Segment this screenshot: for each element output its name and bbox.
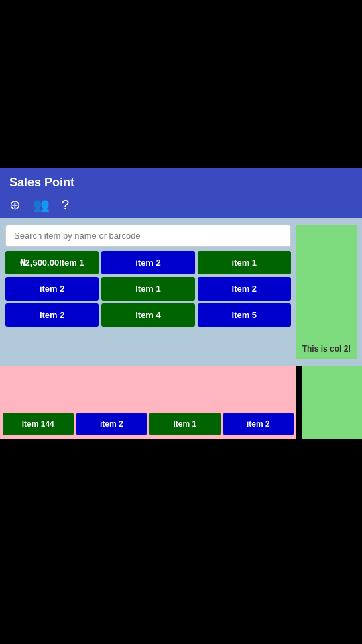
header: Sales Point ⊕ 👥 ? [0,168,362,218]
bottom-black-area [0,439,362,617]
bottom-btn-3[interactable]: item 2 [223,413,294,435]
grid-item-r1c0[interactable]: item 2 [5,277,99,301]
grid-item-r0c0[interactable]: ₦2,500.00Item 1 [5,251,99,274]
right-panel-col2: This is col 2! [296,225,357,359]
header-icons: ⊕ 👥 ? [9,197,353,213]
page-title: Sales Point [9,176,353,190]
bottom-right-green [302,366,362,439]
people-icon[interactable]: 👥 [33,197,50,213]
item-grid: ₦2,500.00Item 1 item 2 item 1 item 2 Ite… [5,251,291,327]
bottom-btn-0[interactable]: Item 144 [3,413,74,435]
main-content: ₦2,500.00Item 1 item 2 item 1 item 2 Ite… [0,218,362,366]
bottom-section: Item 144 item 2 Item 1 item 2 [0,366,362,439]
grid-item-r2c0[interactable]: Item 2 [5,303,99,327]
grid-item-r1c2[interactable]: Item 2 [198,277,291,301]
grid-item-r1c1[interactable]: Item 1 [101,277,194,301]
grid-item-r2c2[interactable]: Item 5 [198,303,291,327]
help-icon[interactable]: ? [62,197,69,213]
top-black-area [0,0,362,168]
add-icon[interactable]: ⊕ [9,197,21,213]
bottom-buttons: Item 144 item 2 Item 1 item 2 [3,413,294,435]
bottom-btn-2[interactable]: Item 1 [149,413,221,435]
left-panel: ₦2,500.00Item 1 item 2 item 1 item 2 Ite… [5,225,291,359]
grid-item-r0c1[interactable]: item 2 [101,251,194,274]
pink-area: Item 144 item 2 Item 1 item 2 [0,366,296,439]
col2-label: This is col 2! [302,344,351,354]
grid-item-r0c2[interactable]: item 1 [198,251,291,274]
search-input[interactable] [5,225,291,247]
grid-item-r2c1[interactable]: Item 4 [101,303,194,327]
bottom-btn-1[interactable]: item 2 [76,413,147,435]
